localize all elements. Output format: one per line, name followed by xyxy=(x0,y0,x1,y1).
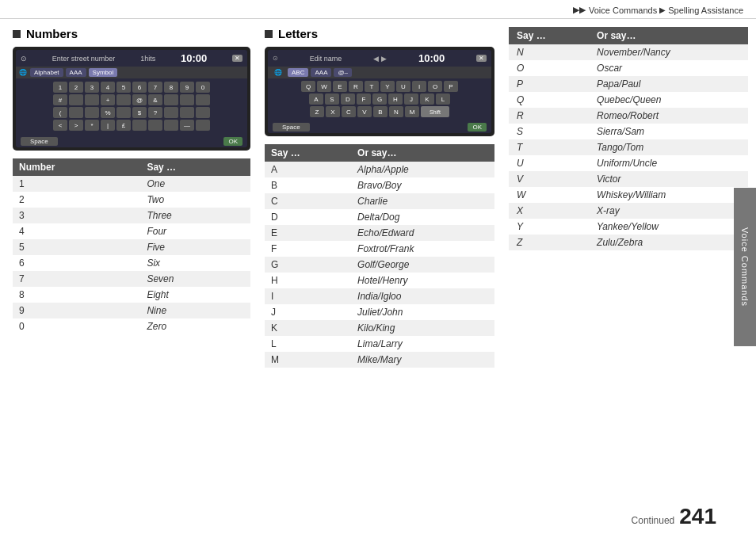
table-row: CCharlie xyxy=(265,193,494,209)
say-col-header-letters: Say … xyxy=(265,144,351,162)
num-col-header: Number xyxy=(13,158,140,176)
tab-aaa-num[interactable]: AAA xyxy=(66,68,86,77)
table-row: LLima/Larry xyxy=(265,336,494,352)
table-row: IIndia/Igloo xyxy=(265,288,494,304)
key-m[interactable]: M xyxy=(405,106,419,117)
say-col-header-num: Say … xyxy=(140,158,250,176)
key-l[interactable]: L xyxy=(436,93,450,105)
key-d[interactable]: D xyxy=(341,93,355,105)
key-amp[interactable]: & xyxy=(148,94,162,105)
key-z[interactable]: Z xyxy=(310,106,324,117)
orsay-col-header-letters: Or say… xyxy=(351,144,494,162)
key-u[interactable]: U xyxy=(396,81,410,92)
key-x[interactable]: X xyxy=(326,106,340,117)
table-row: UUniform/Uncle xyxy=(509,155,748,171)
key-percent[interactable]: % xyxy=(101,107,115,118)
tab-abc[interactable]: ABC xyxy=(288,68,308,77)
key-b[interactable]: B xyxy=(373,106,388,117)
key-g[interactable]: G xyxy=(372,93,387,105)
right-table: Say … Or say… NNovember/NancyOOscarPPapa… xyxy=(509,27,748,250)
key-f[interactable]: F xyxy=(357,93,371,105)
key-6[interactable]: 6 xyxy=(132,82,147,93)
key-k[interactable]: K xyxy=(420,93,434,105)
key-plus[interactable]: + xyxy=(101,94,115,105)
key-blank14 xyxy=(148,120,162,131)
key-7[interactable]: 7 xyxy=(148,82,162,93)
table-row: RRomeo/Robert xyxy=(509,108,748,124)
key-lt[interactable]: < xyxy=(53,120,67,131)
key-8[interactable]: 8 xyxy=(164,82,178,93)
key-gt[interactable]: > xyxy=(69,120,83,131)
letters-section: Letters ⊙ Edit name ◀ ▶ 10:00 ✕ 🌐 ABC xyxy=(265,27,494,521)
key-w[interactable]: W xyxy=(317,81,331,92)
breadcrumb-item2: Spelling Assistance xyxy=(668,6,743,15)
ok-key-letters[interactable]: OK xyxy=(468,123,487,132)
table-row: OOscar xyxy=(509,60,748,76)
key-s[interactable]: S xyxy=(325,93,339,105)
key-0[interactable]: 0 xyxy=(196,82,210,93)
table-row: AAlpha/Apple xyxy=(265,162,494,177)
letters-close[interactable]: ✕ xyxy=(476,55,487,62)
key-t[interactable]: T xyxy=(365,81,379,92)
key-4[interactable]: 4 xyxy=(101,82,115,93)
table-row: PPapa/Paul xyxy=(509,76,748,92)
shift-key[interactable]: Shift xyxy=(421,106,449,117)
table-row: FFoxtrot/Frank xyxy=(265,241,494,257)
key-n[interactable]: N xyxy=(389,106,403,117)
table-row: 8Eight xyxy=(13,287,250,303)
tab-alphabet[interactable]: Alphabet xyxy=(30,68,63,77)
key-dollar[interactable]: $ xyxy=(132,107,147,118)
footer: Continued 241 xyxy=(632,505,716,528)
key-i[interactable]: I xyxy=(412,81,426,92)
numbers-screen: ⊙ Enter street number 1hits 10:00 ✕ 🌐 Al… xyxy=(13,47,250,151)
key-blank11 xyxy=(180,107,194,118)
key-v[interactable]: V xyxy=(357,106,372,117)
key-blank15 xyxy=(164,120,178,131)
key-pipe[interactable]: | xyxy=(101,120,115,131)
table-row: 0Zero xyxy=(13,318,250,334)
tab-at[interactable]: @– xyxy=(334,68,352,77)
key-star[interactable]: * xyxy=(85,120,99,131)
key-3[interactable]: 3 xyxy=(85,82,99,93)
key-a[interactable]: A xyxy=(309,93,323,105)
key-blank3 xyxy=(116,94,131,105)
table-row: XX-ray xyxy=(509,203,748,219)
space-key-num[interactable]: Space xyxy=(21,137,58,146)
key-2[interactable]: 2 xyxy=(69,82,83,93)
key-c[interactable]: C xyxy=(342,106,356,117)
key-j[interactable]: J xyxy=(404,93,418,105)
key-question[interactable]: ? xyxy=(148,107,162,118)
nav-left[interactable]: ◀ xyxy=(373,55,379,63)
table-row: EEcho/Edward xyxy=(265,225,494,241)
key-hash[interactable]: # xyxy=(53,94,67,105)
table-row: VVictor xyxy=(509,171,748,187)
right-say-header: Say … xyxy=(509,27,589,44)
table-row: GGolf/George xyxy=(265,257,494,273)
key-h[interactable]: H xyxy=(388,93,403,105)
tab-symbol[interactable]: Symbol xyxy=(89,68,118,77)
nav-right[interactable]: ▶ xyxy=(381,55,387,63)
key-9[interactable]: 9 xyxy=(180,82,194,93)
key-1[interactable]: 1 xyxy=(53,82,67,93)
key-p[interactable]: P xyxy=(444,81,458,92)
space-key-letters[interactable]: Space xyxy=(273,123,310,132)
table-row: BBravo/Boy xyxy=(265,177,494,193)
globe-icon: 🌐 xyxy=(19,69,27,76)
ok-key-num[interactable]: OK xyxy=(223,137,242,146)
letters-screen-icon: ⊙ xyxy=(273,55,278,62)
key-blank10 xyxy=(164,107,178,118)
key-r[interactable]: R xyxy=(349,81,363,92)
key-q[interactable]: Q xyxy=(301,81,315,92)
key-dash[interactable]: — xyxy=(180,120,194,131)
key-at[interactable]: @ xyxy=(132,94,147,105)
table-row: QQuebec/Queen xyxy=(509,92,748,108)
key-o[interactable]: O xyxy=(428,81,442,92)
sidebar-label-container: Voice Commands xyxy=(734,188,756,346)
key-y[interactable]: Y xyxy=(380,81,395,92)
numbers-table: Number Say … 1One2Two3Three4Four5Five6Si… xyxy=(13,158,250,334)
tab-aaa-letters[interactable]: AAA xyxy=(311,68,331,77)
key-pound[interactable]: £ xyxy=(116,120,131,131)
key-5[interactable]: 5 xyxy=(116,82,131,93)
key-e[interactable]: E xyxy=(333,81,347,92)
key-lparen[interactable]: ( xyxy=(53,107,67,118)
